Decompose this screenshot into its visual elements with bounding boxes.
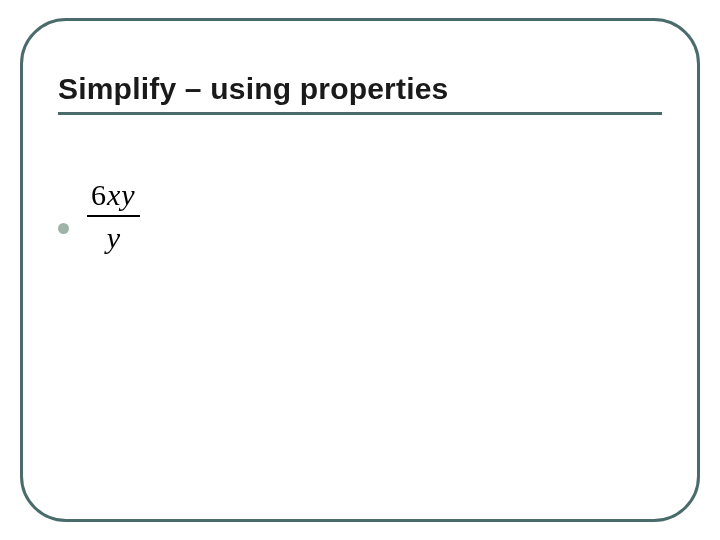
fraction-denominator: y — [87, 219, 140, 254]
bullet-item: 6xy y — [58, 178, 140, 254]
numerator-variables: xy — [107, 178, 136, 211]
fraction-bar — [87, 215, 140, 217]
fraction-numerator: 6xy — [87, 178, 140, 213]
title-block: Simplify – using properties — [58, 72, 662, 115]
slide-title: Simplify – using properties — [58, 72, 662, 112]
fraction-expression: 6xy y — [87, 178, 140, 254]
title-underline — [58, 112, 662, 115]
numerator-coefficient: 6 — [91, 178, 107, 211]
slide: Simplify – using properties 6xy y — [0, 0, 720, 540]
bullet-dot-icon — [58, 223, 69, 234]
